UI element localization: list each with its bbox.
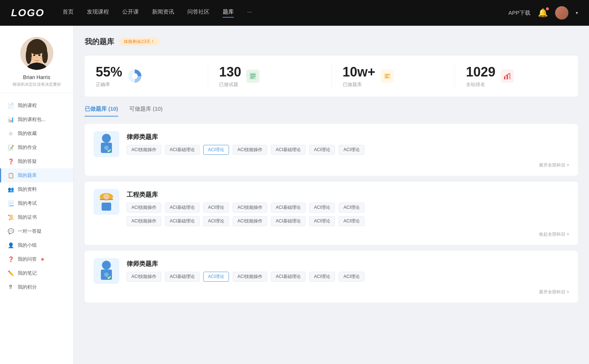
sidebar-item-course-package[interactable]: 📊 我的课程包... — [0, 113, 73, 126]
bank-title-engineer: 工程类题库 — [127, 189, 569, 199]
my-qa-icon: ❓ — [7, 256, 14, 262]
certificate-icon: 📜 — [7, 214, 14, 220]
sidebar-item-exam[interactable]: 📃 我的考试 — [0, 196, 73, 210]
tag-lawyer1-1[interactable]: ACI基础理论 — [165, 145, 200, 155]
tag-lawyer2-3[interactable]: ACI技能操作 — [233, 272, 267, 282]
stat-done-banks-label: 已做题库 — [343, 81, 375, 88]
sidebar-item-certificate[interactable]: 📜 我的证书 — [0, 210, 73, 224]
nav-news[interactable]: 新闻资讯 — [152, 8, 174, 18]
tag-lawyer2-2[interactable]: ACI理论 — [203, 272, 229, 282]
sidebar-item-my-qa[interactable]: ❓ 我的问答 — [0, 252, 73, 266]
sidebar-item-materials[interactable]: 👥 我的资料 — [0, 182, 73, 196]
tag-eng-0[interactable]: ACI技能操作 — [127, 203, 161, 213]
sidebar-item-notes[interactable]: ✏️ 我的笔记 — [0, 266, 73, 280]
sidebar-motto: 错误的决定比没有决定要好 — [9, 82, 65, 87]
svg-point-12 — [132, 73, 138, 79]
tag-lawyer2-5[interactable]: ACI理论 — [309, 272, 335, 282]
svg-point-31 — [103, 194, 109, 200]
nav-more[interactable]: ··· — [247, 8, 252, 18]
lawyer-bank-icon-2 — [94, 258, 119, 284]
sidebar-label-materials: 我的资料 — [18, 186, 37, 193]
bank-card-header-lawyer-2: 律师类题库 ACI技能操作 ACI基础理论 ACI理论 ACI技能操作 ACI基… — [94, 258, 569, 284]
user-dropdown-arrow[interactable]: ▾ — [576, 10, 578, 15]
bank-card-lawyer-2: 律师类题库 ACI技能操作 ACI基础理论 ACI理论 ACI技能操作 ACI基… — [85, 251, 578, 303]
sidebar-item-favorites[interactable]: ☆ 我的收藏 — [0, 126, 73, 140]
svg-point-6 — [42, 49, 48, 63]
expand-link-lawyer-1[interactable]: 展开全部科目 > — [94, 162, 569, 168]
sidebar-item-homework[interactable]: 📝 我的作业 — [0, 140, 73, 154]
stat-done-questions-value: 130 — [219, 64, 241, 80]
tags-row-engineer-1: ACI技能操作 ACI基础理论 ACI理论 ACI技能操作 ACI基础理论 AC… — [127, 203, 569, 213]
tag-lawyer1-4[interactable]: ACI基础理论 — [271, 145, 306, 155]
tag-eng-10[interactable]: ACI技能操作 — [233, 216, 267, 226]
collapse-link-engineer[interactable]: 收起全部科目 > — [94, 231, 569, 238]
sidebar-item-my-course[interactable]: 📄 我的课程 — [0, 99, 73, 113]
accuracy-icon-wrap — [127, 69, 142, 83]
tag-lawyer1-5[interactable]: ACI理论 — [309, 145, 335, 155]
nav-qa[interactable]: 问答社区 — [187, 8, 209, 18]
svg-rect-14 — [250, 74, 255, 75]
course-package-icon: 📊 — [7, 117, 14, 122]
tag-lawyer2-4[interactable]: ACI基础理论 — [271, 272, 306, 282]
tag-lawyer1-2[interactable]: ACI理论 — [203, 145, 229, 155]
bank-name-lawyer-2: 律师类题库 ACI技能操作 ACI基础理论 ACI理论 ACI技能操作 ACI基… — [127, 258, 364, 282]
tag-lawyer1-0[interactable]: ACI技能操作 — [127, 145, 161, 155]
sidebar-label-notes: 我的笔记 — [18, 270, 37, 276]
tag-eng-5[interactable]: ACI理论 — [309, 203, 335, 213]
svg-rect-32 — [102, 203, 111, 211]
tag-eng-7[interactable]: ACI技能操作 — [127, 216, 161, 226]
points-icon: 🎖 — [7, 284, 14, 290]
nav-discover[interactable]: 发现课程 — [87, 8, 109, 18]
sidebar-item-points[interactable]: 🎖 我的积分 — [0, 280, 73, 294]
svg-point-7 — [33, 54, 35, 56]
tag-eng-13[interactable]: ACI理论 — [339, 216, 364, 226]
materials-icon: 👥 — [7, 186, 14, 192]
tag-eng-12[interactable]: ACI理论 — [309, 216, 335, 226]
tag-eng-11[interactable]: ACI基础理论 — [271, 216, 306, 226]
my-qa-dot — [41, 258, 44, 261]
avatar-image — [555, 6, 568, 19]
sidebar-item-group[interactable]: 👤 我的小组 — [0, 238, 73, 252]
tag-lawyer1-3[interactable]: ACI技能操作 — [233, 145, 267, 155]
exam-icon: 📃 — [7, 200, 14, 206]
tag-eng-9[interactable]: ACI理论 — [203, 216, 229, 226]
nav-open-course[interactable]: 公开课 — [122, 8, 139, 18]
svg-point-9 — [31, 57, 34, 59]
user-avatar[interactable] — [555, 6, 568, 19]
nav-home[interactable]: 首页 — [63, 8, 74, 18]
tag-eng-1[interactable]: ACI基础理论 — [165, 203, 200, 213]
svg-point-24 — [102, 134, 111, 143]
tag-eng-4[interactable]: ACI基础理论 — [271, 203, 306, 213]
tab-done-banks[interactable]: 已做题库 (10) — [85, 106, 118, 116]
expand-link-lawyer-2[interactable]: 展开全部科目 > — [94, 289, 569, 295]
tag-eng-8[interactable]: ACI基础理论 — [165, 216, 200, 226]
done-questions-icon — [246, 69, 260, 83]
tabs-row: 已做题库 (10) 可做题库 (10) — [85, 106, 578, 117]
stat-accuracy-text: 55% 正确率 — [96, 64, 122, 88]
bank-card-lawyer-1: 律师类题库 ACI技能操作 ACI基础理论 ACI理论 ACI技能操作 ACI基… — [85, 124, 578, 176]
tag-lawyer2-6[interactable]: ACI理论 — [339, 272, 364, 282]
tab-available-banks[interactable]: 可做题库 (10) — [129, 106, 163, 116]
app-download-button[interactable]: APP下载 — [508, 10, 530, 17]
sidebar: Brian Harris 错误的决定比没有决定要好 📄 我的课程 📊 我的课程包… — [0, 26, 74, 364]
notification-bell[interactable]: 🔔 — [538, 8, 548, 18]
course-icon: 📄 — [7, 103, 14, 108]
sidebar-user-section: Brian Harris 错误的决定比没有决定要好 — [0, 37, 73, 87]
stat-ranking-value: 1029 — [466, 64, 495, 80]
tag-lawyer2-0[interactable]: ACI技能操作 — [127, 272, 161, 282]
navbar: LOGO 首页 发现课程 公开课 新闻资讯 问答社区 题库 ··· APP下载 … — [0, 0, 589, 26]
tag-eng-6[interactable]: ACI理论 — [339, 203, 364, 213]
nav-question-bank[interactable]: 题库 — [223, 8, 234, 18]
tag-eng-3[interactable]: ACI技能操作 — [233, 203, 267, 213]
svg-rect-15 — [250, 76, 255, 76]
sidebar-item-qa[interactable]: ❓ 我的答疑 — [0, 154, 73, 168]
sidebar-label-points: 我的积分 — [18, 284, 37, 290]
sidebar-item-question-bank[interactable]: 📋 我的题库 — [0, 168, 73, 182]
svg-rect-16 — [250, 78, 254, 78]
tag-lawyer1-6[interactable]: ACI理论 — [339, 145, 364, 155]
sidebar-item-one-on-one[interactable]: 💬 一对一答疑 — [0, 224, 73, 238]
tag-eng-2[interactable]: ACI理论 — [203, 203, 229, 213]
tag-lawyer2-1[interactable]: ACI基础理论 — [165, 272, 200, 282]
bank-title-lawyer-2: 律师类题库 — [127, 258, 364, 268]
tags-row-lawyer-2: ACI技能操作 ACI基础理论 ACI理论 ACI技能操作 ACI基础理论 AC… — [127, 272, 364, 282]
